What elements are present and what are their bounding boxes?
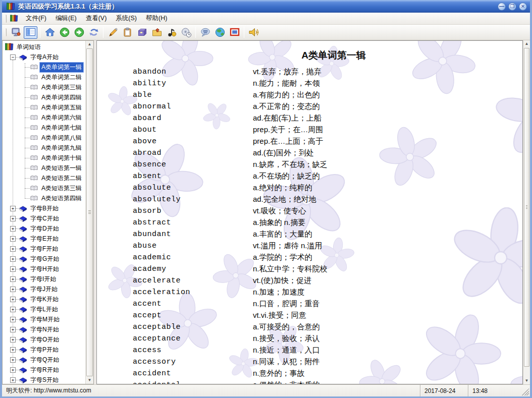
tree-item-7[interactable]: A类单词第七辑 — [3, 123, 83, 133]
tree-item-4[interactable]: A类单词第四辑 — [3, 92, 83, 102]
tree-root-label[interactable]: 单词短语 — [15, 42, 42, 52]
menu-item-3[interactable]: 系统(S) — [111, 13, 141, 24]
minimize-button[interactable]: — — [498, 3, 506, 11]
tree-item-13[interactable]: A类短语第三辑 — [3, 183, 83, 193]
document-scrollbar[interactable]: ▲ ▼ — [523, 40, 530, 384]
tree-item-10[interactable]: A类单词第十辑 — [3, 153, 83, 163]
chat-icon[interactable] — [198, 26, 212, 39]
tree-group-字母K开始[interactable]: +字母K开始 — [3, 294, 60, 304]
document-scroll-thumb[interactable] — [524, 48, 529, 367]
tree-group-字母P开始[interactable]: +字母P开始 — [3, 345, 60, 355]
expand-box-icon[interactable]: + — [10, 317, 16, 322]
tree-group-label[interactable]: 字母M开始 — [29, 315, 61, 324]
tree-group-label[interactable]: 字母E开始 — [29, 234, 60, 244]
tree-item-label[interactable]: A类短语第一辑 — [40, 163, 83, 173]
expand-box-icon[interactable]: + — [10, 307, 16, 312]
tree-group-字母C开始[interactable]: +字母C开始 — [3, 213, 61, 223]
tree-item-label[interactable]: A类单词第四辑 — [40, 93, 83, 102]
tree-item-9[interactable]: A类单词第九辑 — [3, 143, 83, 153]
open-folder-icon[interactable] — [150, 26, 164, 39]
tree-item-14[interactable]: A类短语第四辑 — [3, 193, 83, 203]
expand-box-icon[interactable]: + — [10, 377, 16, 383]
expand-box-icon[interactable]: + — [10, 206, 16, 211]
resize-grip[interactable] — [522, 388, 529, 395]
expand-box-icon[interactable]: + — [10, 357, 16, 363]
tree-item-label[interactable]: A类单词第五辑 — [40, 103, 83, 112]
tree-group-字母R开始[interactable]: +字母R开始 — [3, 365, 61, 375]
tree-item-1[interactable]: A类单词第一辑 — [3, 62, 83, 72]
scroll-up-icon[interactable]: ▲ — [523, 40, 530, 47]
tree-item-3[interactable]: A类单词第三辑 — [3, 82, 83, 92]
tree-root-item[interactable]: 单词短语 — [5, 42, 42, 52]
tree-group-字母L开始[interactable]: +字母L开始 — [3, 304, 60, 314]
tree-item-label[interactable]: A类单词第二辑 — [40, 73, 83, 82]
tree-group-label[interactable]: 字母P开始 — [29, 345, 60, 355]
tree-group-字母N开始[interactable]: +字母N开始 — [3, 324, 61, 334]
tree-group-label[interactable]: 字母H开始 — [29, 264, 61, 274]
tree-item-label[interactable]: A类短语第二辑 — [40, 174, 83, 183]
speaker-icon[interactable] — [247, 26, 260, 39]
tree-group-label[interactable]: 字母G开始 — [29, 254, 61, 264]
tree-item-label[interactable]: A类短语第三辑 — [40, 184, 83, 193]
sidebar-toggle-icon[interactable] — [24, 26, 37, 39]
tree-group-label[interactable]: 字母Q开始 — [29, 355, 61, 365]
tree-item-11[interactable]: A类短语第一辑 — [3, 163, 83, 173]
expand-box-icon[interactable]: + — [10, 287, 16, 292]
tree-group-label[interactable]: 字母R开始 — [29, 365, 61, 375]
home-icon[interactable] — [43, 26, 57, 39]
tree-item-label[interactable]: A类单词第七辑 — [40, 123, 83, 133]
tree-item-label[interactable]: A类单词第十辑 — [40, 153, 83, 163]
tree-item-label[interactable]: A类单词第六辑 — [40, 113, 83, 123]
paste-icon[interactable] — [121, 26, 134, 39]
tree-group-字母G开始[interactable]: +字母G开始 — [3, 254, 61, 264]
expand-box-icon[interactable]: + — [10, 367, 16, 373]
tree-group-label[interactable]: 字母L开始 — [29, 305, 60, 314]
tree-scrollbar[interactable]: ▲ ▼ — [85, 41, 93, 384]
fullscreen-icon[interactable] — [228, 26, 241, 39]
tree-group-字母E开始[interactable]: +字母E开始 — [3, 234, 60, 244]
tree-group-label[interactable]: 字母O开始 — [29, 335, 61, 345]
tree-group-label[interactable]: 字母I开始 — [29, 274, 58, 284]
write-icon[interactable] — [106, 26, 120, 39]
maximize-button[interactable]: ❐ — [508, 3, 516, 11]
expand-box-icon[interactable]: + — [10, 226, 16, 232]
tree-group-字母D开始[interactable]: +字母D开始 — [3, 223, 61, 234]
tree-group-字母H开始[interactable]: +字母H开始 — [3, 264, 61, 274]
expand-box-icon[interactable]: + — [10, 246, 16, 252]
monitor-icon[interactable] — [9, 26, 23, 39]
tree-group-字母I开始[interactable]: +字母I开始 — [3, 274, 58, 284]
tree-item-12[interactable]: A类短语第二辑 — [3, 173, 83, 183]
tree-item-8[interactable]: A类单词第八辑 — [3, 133, 83, 143]
menubar-grip[interactable] — [5, 15, 7, 23]
tree-group-字母M开始[interactable]: +字母M开始 — [3, 314, 61, 324]
menu-item-2[interactable]: 查看(V) — [81, 13, 112, 24]
tree-group-字母B开始[interactable]: +字母B开始 — [3, 203, 60, 213]
tree-group-label[interactable]: 字母D开始 — [29, 224, 61, 234]
refresh-icon[interactable] — [87, 26, 100, 39]
expand-box-icon[interactable]: + — [10, 256, 16, 262]
expand-box-icon[interactable]: + — [10, 347, 16, 353]
expand-box-icon[interactable]: + — [10, 236, 16, 242]
menu-item-0[interactable]: 文件(F) — [21, 13, 51, 24]
tree-group-label[interactable]: 字母K开始 — [29, 295, 60, 304]
expand-box-icon[interactable]: + — [10, 327, 16, 332]
menu-item-4[interactable]: 帮助(H) — [141, 13, 172, 24]
tree-item-5[interactable]: A类单词第五辑 — [3, 102, 83, 112]
tree-group-label[interactable]: 字母A开始 — [29, 52, 60, 62]
tree-item-label[interactable]: A类单词第八辑 — [40, 133, 83, 143]
forward-icon[interactable] — [72, 26, 86, 39]
back-icon[interactable] — [58, 26, 71, 39]
tree-group-label[interactable]: 字母J开始 — [29, 285, 59, 294]
tree-item-6[interactable]: A类单词第六辑 — [3, 112, 83, 123]
tree-item-label[interactable]: A类单词第九辑 — [40, 143, 83, 153]
globe-icon[interactable] — [213, 26, 227, 39]
tree-group-字母S开始[interactable]: +字母S开始 — [3, 375, 60, 384]
expand-box-icon[interactable]: + — [10, 297, 16, 302]
tree-group-label[interactable]: 字母C开始 — [29, 214, 61, 223]
expand-box-icon[interactable]: + — [10, 276, 16, 282]
tree-scroll-thumb[interactable] — [86, 48, 93, 376]
tree-item-label[interactable]: A类单词第三辑 — [40, 83, 83, 92]
tree-group-label[interactable]: 字母S开始 — [29, 375, 60, 384]
tree-group-字母O开始[interactable]: +字母O开始 — [3, 334, 61, 345]
tree-item-2[interactable]: A类单词第二辑 — [3, 72, 83, 82]
